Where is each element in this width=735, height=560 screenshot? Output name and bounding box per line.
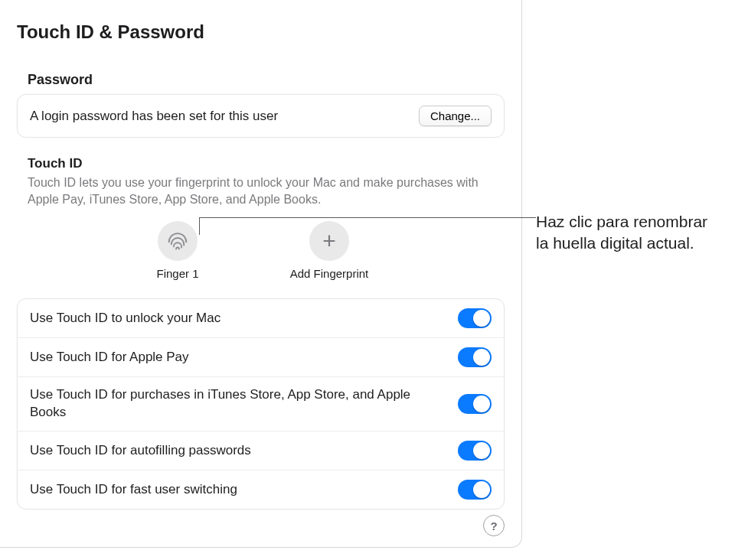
toggle-row-fast-switch: Use Touch ID for fast user switching [18,470,504,509]
page-title: Touch ID & Password [17,21,505,43]
toggle-row-unlock-mac: Use Touch ID to unlock your Mac [18,299,504,338]
password-section-title: Password [17,72,505,88]
fingerprint-item-add: + Add Fingerprint [283,221,375,280]
touchid-section-title: Touch ID [17,156,505,171]
toggle-label-apple-pay: Use Touch ID for Apple Pay [30,349,189,366]
toggle-label-purchases: Use Touch ID for purchases in iTunes Sto… [30,386,413,422]
toggle-row-purchases: Use Touch ID for purchases in iTunes Sto… [18,377,504,431]
settings-panel: Touch ID & Password Password A login pas… [0,0,522,548]
toggle-label-autofill: Use Touch ID for autofilling passwords [30,442,251,460]
callout-line [199,217,200,235]
toggle-purchases[interactable] [458,394,492,414]
toggle-label-fast-switch: Use Touch ID for fast user switching [30,481,237,499]
change-password-button[interactable]: Change... [419,106,492,126]
toggle-unlock-mac[interactable] [458,308,492,328]
add-fingerprint-label: Add Fingerprint [290,267,369,280]
toggle-fast-switch[interactable] [458,480,492,500]
callout-text: Haz clic para renombrar la huella digita… [536,211,720,255]
toggle-row-apple-pay: Use Touch ID for Apple Pay [18,338,504,377]
fingerprint-label-finger1[interactable]: Finger 1 [156,267,198,280]
password-card: A login password has been set for this u… [17,94,505,138]
fingerprint-row: Finger 1 + Add Fingerprint [17,207,505,286]
toggle-apple-pay[interactable] [458,347,492,367]
touchid-description: Touch ID lets you use your fingerprint t… [17,171,505,207]
touchid-toggles-card: Use Touch ID to unlock your Mac Use Touc… [17,298,505,510]
toggle-row-autofill: Use Touch ID for autofilling passwords [18,431,504,470]
toggle-label-unlock-mac: Use Touch ID to unlock your Mac [30,310,220,327]
help-button[interactable]: ? [483,515,505,536]
fingerprint-item-finger1: Finger 1 [132,221,224,280]
fingerprint-icon[interactable] [158,221,198,261]
callout-line [199,217,536,218]
plus-icon: + [322,230,336,252]
password-status-text: A login password has been set for this u… [30,109,278,124]
add-fingerprint-button[interactable]: + [309,221,349,261]
toggle-autofill[interactable] [458,441,492,461]
